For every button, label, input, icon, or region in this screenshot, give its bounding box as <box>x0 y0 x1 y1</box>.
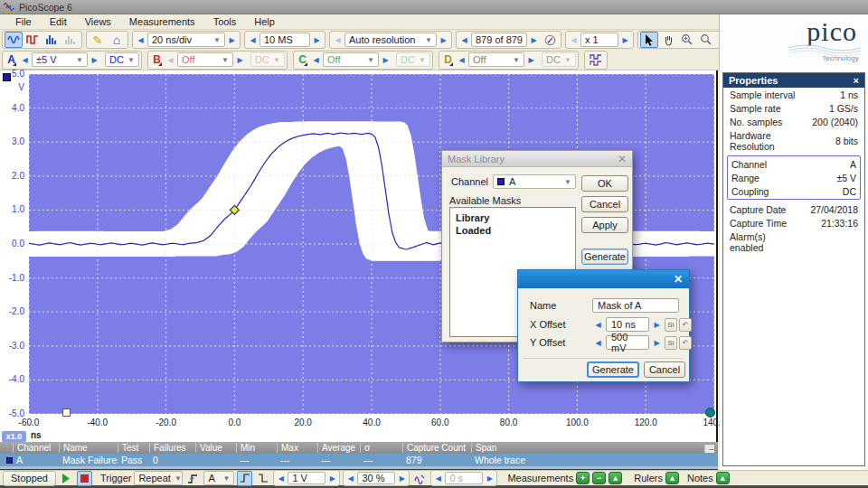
channel-c-range-select[interactable]: Off▼ <box>323 52 379 67</box>
channel-a-options-button[interactable]: A <box>5 52 18 68</box>
samples-input[interactable]: 10 MS <box>259 33 310 47</box>
edge-setup-button[interactable] <box>185 471 201 486</box>
table-row[interactable]: A Mask Failures Pass 0 --- --- --- --- 8… <box>0 454 718 466</box>
pointer-tool-button[interactable] <box>640 32 658 48</box>
table-minimize-button[interactable]: – <box>704 444 715 454</box>
samples-increase-button[interactable]: ▶ <box>311 33 323 47</box>
channel-b-range-down[interactable]: ◀ <box>165 52 176 67</box>
trigger-level-down[interactable]: ◀ <box>275 471 287 485</box>
spectrum-view-button[interactable] <box>42 32 61 48</box>
pre-trigger-down[interactable]: ◀ <box>344 471 356 485</box>
col-channel[interactable]: Channel <box>13 443 59 453</box>
x-offset-si-button[interactable]: SI <box>665 318 677 332</box>
timebase-select[interactable]: 20 ns/div▼ <box>147 33 225 47</box>
col-sigma[interactable]: σ <box>360 443 402 453</box>
axis-offset-handle[interactable] <box>62 408 71 417</box>
apply-button[interactable]: Apply <box>581 217 628 233</box>
cancel-button[interactable]: Cancel <box>581 196 628 212</box>
trigger-source-select[interactable]: A▼ <box>203 471 234 485</box>
buffer-position[interactable]: 879 of 879 <box>471 33 527 47</box>
col-test[interactable]: Test <box>118 443 149 453</box>
falling-edge-button[interactable] <box>255 471 270 486</box>
x-offset-up[interactable]: ▶ <box>651 317 663 332</box>
trigger-level-up[interactable]: ▶ <box>326 471 338 485</box>
col-failures[interactable]: Failures <box>149 443 195 453</box>
mask-list-item-loaded[interactable]: Loaded <box>456 224 570 237</box>
channel-a-range-down[interactable]: ◀ <box>19 52 31 67</box>
generate-mask-titlebar[interactable]: ✕ <box>518 270 689 288</box>
close-icon[interactable]: ✕ <box>618 153 627 165</box>
zoom-in-tool-button[interactable] <box>678 32 696 48</box>
pre-trigger-input[interactable]: 30 % <box>357 472 395 484</box>
col-name[interactable]: Name <box>59 443 118 453</box>
x-offset-input[interactable]: 10 ns <box>606 317 649 332</box>
close-icon[interactable]: × <box>854 75 859 86</box>
ok-button[interactable]: OK <box>581 175 628 192</box>
highlighter-icon[interactable]: ✎ <box>89 32 107 48</box>
generate-mask-button[interactable]: Generate <box>587 361 639 378</box>
channel-d-range-select[interactable]: Off▼ <box>468 52 524 67</box>
channel-c-coupling-select[interactable]: DC▼ <box>396 52 430 67</box>
remove-measurement-button[interactable]: − <box>592 472 606 484</box>
col-capture-count[interactable]: Capture Count <box>402 443 471 453</box>
channel-a-coupling-select[interactable]: DC▼ <box>105 52 139 67</box>
start-capture-button[interactable] <box>59 471 74 486</box>
y-offset-si-button[interactable]: SI <box>665 336 677 350</box>
menu-help[interactable]: Help <box>246 15 283 28</box>
col-average[interactable]: Average <box>317 443 360 453</box>
channel-c-options-button[interactable]: C <box>296 52 309 68</box>
hand-tool-button[interactable] <box>659 32 677 48</box>
zoom-out-step-button[interactable]: ◀ <box>568 33 580 47</box>
timebase-decrease-button[interactable]: ◀ <box>135 33 146 47</box>
col-max[interactable]: Max <box>277 443 317 453</box>
mask-list-item-library[interactable]: Library <box>456 211 570 224</box>
y-offset-input[interactable]: 500 mV <box>606 335 649 350</box>
generate-button[interactable]: Generate <box>581 249 628 265</box>
notes-button[interactable]: ▲ <box>716 472 730 484</box>
col-value[interactable]: Value <box>195 443 236 453</box>
edit-measurement-button[interactable]: ▲ <box>609 472 622 484</box>
stop-capture-button[interactable] <box>77 471 92 486</box>
channel-b-range-up[interactable]: ▶ <box>234 52 246 67</box>
channel-b-coupling-select[interactable]: DC▼ <box>250 52 285 67</box>
menu-file[interactable]: File <box>7 15 40 28</box>
mask-channel-select[interactable]: A ▼ <box>493 174 576 189</box>
axis-end-marker[interactable] <box>705 408 715 418</box>
zoom-factor-input[interactable]: x 1 <box>580 33 618 47</box>
pre-trigger-up[interactable]: ▶ <box>396 471 408 485</box>
resolution-decrease-button[interactable]: ◀ <box>332 33 344 47</box>
x-offset-reset-button[interactable]: ↶ <box>679 318 692 332</box>
buffer-navigator-icon[interactable] <box>541 32 559 48</box>
y-offset-down[interactable]: ◀ <box>592 335 604 350</box>
mask-name-input[interactable]: Mask of A <box>592 298 679 313</box>
holdoff-up[interactable]: ▶ <box>484 471 495 485</box>
x-offset-down[interactable]: ◀ <box>592 317 604 332</box>
menu-views[interactable]: Views <box>77 15 119 28</box>
menu-tools[interactable]: Tools <box>205 15 245 28</box>
zoom-full-tool-button[interactable] <box>697 32 715 48</box>
mask-library-titlebar[interactable]: Mask Library ✕ <box>442 151 632 167</box>
channel-b-options-button[interactable]: B <box>150 52 164 68</box>
advanced-trigger-button[interactable] <box>412 471 428 486</box>
buffer-prev-button[interactable]: ◀ <box>458 33 470 47</box>
xy-view-button[interactable] <box>61 32 80 48</box>
channel-a-range-select[interactable]: ±5 V▼ <box>32 52 88 67</box>
channel-b-range-select[interactable]: Off▼ <box>177 52 233 67</box>
channel-d-options-button[interactable]: D <box>441 52 455 68</box>
trigger-mode-select[interactable]: Repeat▼ <box>134 471 183 485</box>
samples-decrease-button[interactable]: ◀ <box>247 33 259 47</box>
channel-d-range-up[interactable]: ▶ <box>525 52 537 67</box>
cancel-mask-button[interactable]: Cancel <box>644 361 685 378</box>
buffer-next-button[interactable]: ▶ <box>528 33 540 47</box>
add-measurement-button[interactable]: + <box>576 472 590 484</box>
zoom-in-step-button[interactable]: ▶ <box>619 33 631 47</box>
menu-measurements[interactable]: Measurements <box>121 15 203 28</box>
channel-c-range-up[interactable]: ▶ <box>380 52 392 67</box>
trigger-level-input[interactable]: 1 V <box>288 472 326 484</box>
channel-d-coupling-select[interactable]: DC▼ <box>542 52 576 67</box>
col-span[interactable]: Span <box>471 443 718 453</box>
rising-edge-button[interactable] <box>237 471 252 486</box>
y-offset-up[interactable]: ▶ <box>651 335 663 350</box>
scope-view-button[interactable] <box>5 32 23 48</box>
channel-d-range-down[interactable]: ◀ <box>456 52 467 67</box>
